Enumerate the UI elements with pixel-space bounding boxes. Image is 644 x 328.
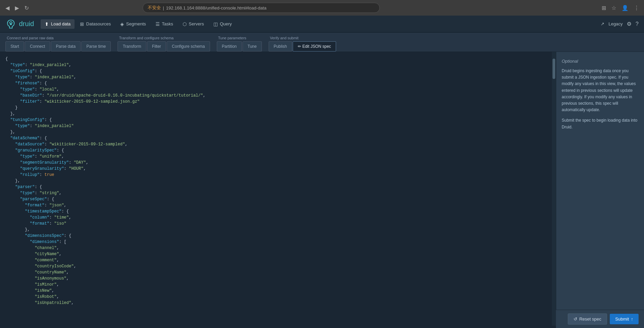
wizard-group-label-verify: Verify and submit <box>269 36 336 40</box>
wizard-btn-connect[interactable]: Connect <box>25 41 50 52</box>
main-content: { "type": "index_parallel", "ioConfig": … <box>0 52 644 326</box>
nav-item-datasources[interactable]: ⊞ Datasources <box>76 19 115 29</box>
nav-item-segments[interactable]: ◈ Segments <box>116 19 150 29</box>
scrollbar-vertical[interactable] <box>552 52 556 326</box>
wizard-btn-tune[interactable]: Tune <box>243 41 262 52</box>
refresh-button[interactable]: ↻ <box>22 3 31 13</box>
wizard-group-tune: Tune parameters Partition Tune <box>217 36 262 52</box>
legacy-label[interactable]: Legacy <box>608 21 623 26</box>
json-editor[interactable]: { "type": "index_parallel", "ioConfig": … <box>0 52 556 326</box>
druid-logo-icon <box>5 19 16 29</box>
reset-label: Reset spec <box>579 316 601 322</box>
nav-item-query[interactable]: ◫ Query <box>209 19 236 29</box>
nav-item-servers[interactable]: ⬡ Servers <box>179 19 208 29</box>
wizard-buttons-verify: Publish ✏ Edit JSON spec <box>269 41 336 52</box>
sidebar-paragraph-1: Druid begins ingesting data once you sub… <box>562 68 639 113</box>
wizard-group-label-connect: Connect and parse raw data <box>5 36 111 40</box>
servers-icon: ⬡ <box>183 21 187 27</box>
wizard-buttons-transform: Transform Filter Configure schema <box>118 41 210 52</box>
logo-text: druid <box>19 20 34 28</box>
tasks-icon: ☰ <box>155 21 160 27</box>
svg-point-0 <box>10 23 12 25</box>
nav-label-segments: Segments <box>126 21 146 26</box>
wizard-btn-start[interactable]: Start <box>5 41 24 52</box>
header-right: ↗ Legacy ⚙ ? <box>601 21 639 27</box>
wizard-buttons-connect: Start Connect Parse data Parse time <box>5 41 111 52</box>
sidebar-description: Druid begins ingesting data once you sub… <box>562 68 639 130</box>
wizard-group-connect: Connect and parse raw data Start Connect… <box>5 36 111 52</box>
app-header: druid ⬆ Load data ⊞ Datasources ◈ Segmen… <box>0 16 644 33</box>
wizard-steps: Connect and parse raw data Start Connect… <box>0 33 644 52</box>
wizard-group-transform: Transform and configure schema Transform… <box>118 36 210 52</box>
wizard-group-verify: Verify and submit Publish ✏ Edit JSON sp… <box>269 36 336 52</box>
sidebar: Optional Druid begins ingesting data onc… <box>556 52 644 326</box>
url-separator: | <box>163 5 164 11</box>
datasources-icon: ⊞ <box>80 21 84 27</box>
menu-button[interactable]: ⋮ <box>632 3 641 13</box>
reset-icon: ↺ <box>574 316 577 322</box>
nav-menu: ⬆ Load data ⊞ Datasources ◈ Segments ☰ T… <box>41 19 236 29</box>
bookmark-button[interactable]: ☆ <box>610 3 618 13</box>
wizard-btn-filter[interactable]: Filter <box>147 41 166 52</box>
address-bar[interactable]: 不安全 | 192.168.1.164:8888/unified-console… <box>143 3 380 13</box>
help-icon[interactable]: ? <box>636 21 639 27</box>
nav-item-tasks[interactable]: ☰ Tasks <box>151 19 177 29</box>
nav-label-tasks: Tasks <box>162 21 173 26</box>
code-area[interactable]: { "type": "index_parallel", "ioConfig": … <box>0 52 552 326</box>
load-data-icon: ⬆ <box>45 21 49 27</box>
sidebar-paragraph-2: Submit the spec to begin loading data in… <box>562 117 639 130</box>
browser-nav: ◀ ▶ ↻ <box>3 3 31 13</box>
gear-icon[interactable]: ⚙ <box>627 21 631 27</box>
back-button[interactable]: ◀ <box>3 3 12 13</box>
reset-spec-button[interactable]: ↺ Reset spec <box>568 313 607 325</box>
translate-button[interactable]: ⊞ <box>600 3 607 13</box>
wizard-btn-partition[interactable]: Partition <box>217 41 242 52</box>
address-url: 192.168.1.164:8888/unified-console.html#… <box>166 5 266 11</box>
profile-button[interactable]: 👤 <box>620 3 630 13</box>
wizard-btn-edit-json-spec[interactable]: ✏ Edit JSON spec <box>293 41 336 52</box>
forward-button[interactable]: ▶ <box>13 3 21 13</box>
wizard-btn-parse-time[interactable]: Parse time <box>81 41 111 52</box>
nav-item-load-data[interactable]: ⬆ Load data <box>41 19 75 29</box>
query-icon: ◫ <box>213 21 218 27</box>
wizard-btn-parse-data[interactable]: Parse data <box>51 41 81 52</box>
segments-icon: ◈ <box>120 21 124 27</box>
submit-button[interactable]: Submit ↑ <box>610 314 639 324</box>
browser-chrome: ◀ ▶ ↻ 不安全 | 192.168.1.164:8888/unified-c… <box>0 0 644 16</box>
nav-label-servers: Servers <box>189 21 204 26</box>
wizard-group-label-tune: Tune parameters <box>217 36 262 40</box>
submit-label: Submit <box>615 316 629 322</box>
wizard-btn-publish[interactable]: Publish <box>269 41 292 52</box>
bottom-bar: ↺ Reset spec Submit ↑ <box>556 310 644 328</box>
scrollbar-thumb[interactable] <box>553 59 555 79</box>
druid-logo: druid <box>5 19 34 29</box>
legacy-icon: ↗ <box>601 21 604 26</box>
nav-label-load-data: Load data <box>51 21 70 26</box>
wizard-btn-transform[interactable]: Transform <box>118 41 146 52</box>
browser-actions: ⊞ ☆ 👤 ⋮ <box>600 3 641 13</box>
nav-label-datasources: Datasources <box>86 21 111 26</box>
wizard-btn-configure-schema[interactable]: Configure schema <box>167 41 210 52</box>
wizard-buttons-tune: Partition Tune <box>217 41 262 52</box>
security-label: 不安全 <box>148 5 161 11</box>
submit-icon: ↑ <box>631 316 633 322</box>
sidebar-optional-label: Optional <box>562 59 639 64</box>
nav-label-query: Query <box>220 21 232 26</box>
wizard-group-label-transform: Transform and configure schema <box>118 36 210 40</box>
